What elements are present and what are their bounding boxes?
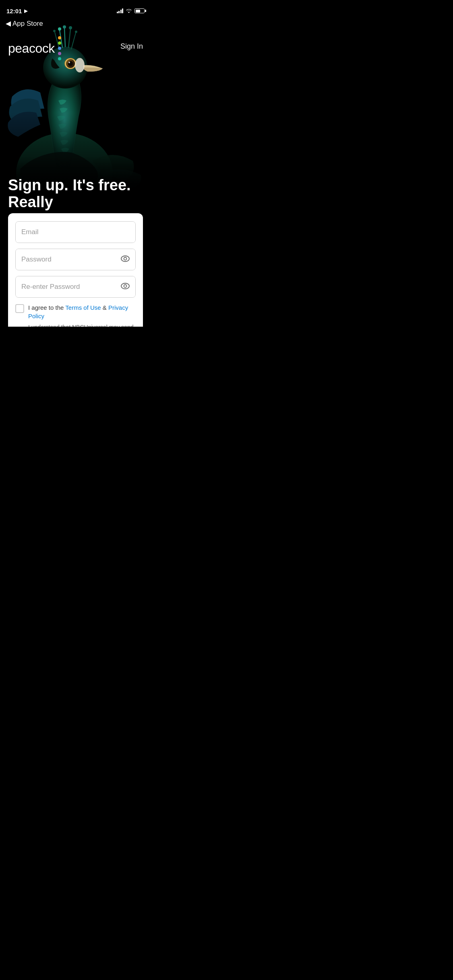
logo-dot-4 [58,52,61,55]
status-time: 12:01 ▶ [6,8,27,14]
svg-point-23 [124,285,127,288]
logo-dots [58,36,61,60]
reenter-input-wrapper [15,276,136,298]
battery-icon [134,8,145,13]
reenter-toggle-icon[interactable] [121,283,130,291]
back-nav[interactable]: ◀ App Store [6,19,43,28]
status-bar: 12:01 ▶ [0,0,151,18]
svg-point-21 [124,257,127,260]
status-right [117,8,145,14]
location-arrow-icon: ▶ [24,8,27,14]
svg-line-4 [64,28,65,47]
email-input[interactable] [16,222,135,243]
logo-dot-5 [58,57,61,60]
signal-bars-icon [117,8,124,13]
sign-in-button[interactable]: Sign In [120,42,143,51]
password-input-wrapper [15,249,136,270]
logo-text: peacock [8,41,55,56]
svg-point-22 [121,283,129,289]
marketing-text: I understand that NBCUniversal may send … [28,323,136,327]
svg-point-5 [63,25,66,29]
svg-point-16 [68,62,70,63]
password-input[interactable] [16,249,135,270]
svg-point-7 [69,26,72,29]
form-card: I agree to the Terms of Use & Privacy Po… [8,213,143,327]
svg-point-20 [121,256,129,261]
svg-point-3 [58,27,61,31]
email-input-wrapper [15,221,136,243]
wifi-icon [126,8,132,14]
terms-link[interactable]: Terms of Use [65,304,101,311]
hero-image [0,0,151,193]
agree-text: I agree to the Terms of Use & Privacy Po… [28,303,136,320]
email-input-group [15,221,136,243]
password-input-group [15,249,136,270]
svg-point-9 [53,30,56,32]
page-headline: Sign up. It's free. Really [8,177,143,211]
logo-dot-2 [58,41,61,45]
agree-row: I agree to the Terms of Use & Privacy Po… [15,303,136,320]
svg-line-10 [71,33,76,49]
logo-dot-3 [58,47,61,50]
reenter-password-input-group [15,276,136,298]
svg-point-11 [75,31,77,33]
password-toggle-icon[interactable] [121,255,130,264]
agree-checkbox[interactable] [15,304,24,313]
svg-line-6 [68,29,70,47]
back-nav-label: App Store [12,20,43,28]
reenter-password-input[interactable] [16,276,135,297]
svg-point-18 [75,58,85,72]
logo-area: peacock [8,36,61,60]
back-arrow-icon: ◀ [6,19,11,28]
logo-dot-1 [58,36,61,39]
